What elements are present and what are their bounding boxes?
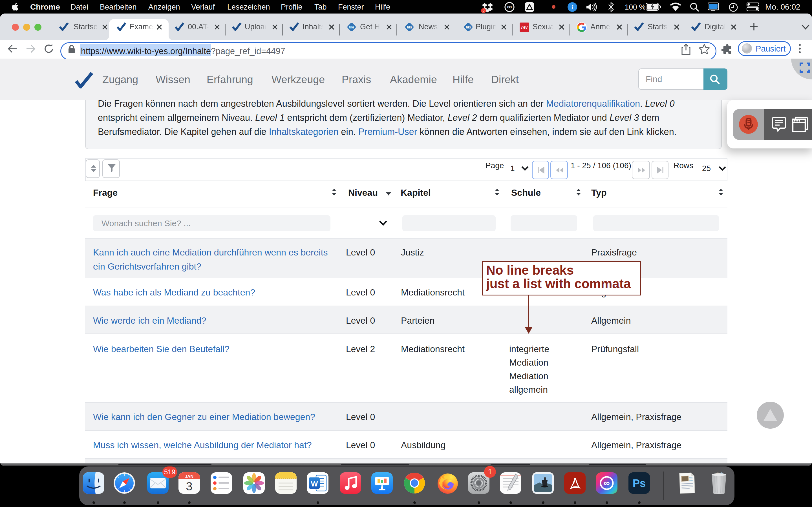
svg-text:∞: ∞ [507,3,512,10]
svg-text:W: W [311,480,318,488]
svg-text:i: i [571,4,573,11]
svg-text:JAN: JAN [185,474,193,478]
svg-text:3: 3 [186,480,192,493]
svg-text:2: 2 [483,8,485,13]
svg-text:∞: ∞ [604,478,610,488]
svg-text:Ps: Ps [633,477,646,489]
svg-text:tiki: tiki [466,25,470,29]
svg-text:tiki: tiki [349,25,354,29]
svg-text:tiki: tiki [407,25,412,29]
